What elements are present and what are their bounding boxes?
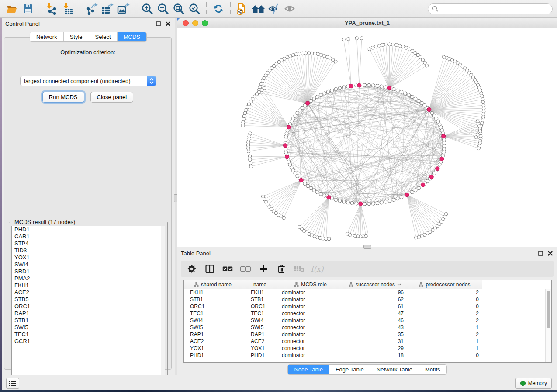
table-cell[interactable]: RAP1: [242, 331, 278, 337]
horizontal-splitter-grip[interactable]: [363, 245, 371, 249]
leaf-node[interactable]: [304, 52, 308, 55]
leaf-node[interactable]: [346, 232, 349, 236]
column-header-predecessor-nodes[interactable]: predecessor nodes: [407, 280, 482, 289]
leaf-node[interactable]: [477, 147, 481, 150]
column-header-successor-nodes[interactable]: successor nodes: [343, 280, 407, 289]
mcds-node[interactable]: [429, 175, 433, 179]
graph-node[interactable]: [403, 92, 407, 95]
table-cell[interactable]: dominator: [278, 317, 343, 323]
graph-node[interactable]: [342, 86, 346, 89]
leaf-node[interactable]: [394, 43, 398, 47]
leaf-node[interactable]: [481, 98, 484, 101]
table-row[interactable]: STB1STB1dominator620: [184, 296, 546, 303]
mcds-result-item[interactable]: GCR1: [12, 338, 165, 345]
table-cell[interactable]: 35: [343, 331, 407, 337]
leaf-node[interactable]: [481, 116, 485, 119]
table-cell[interactable]: 2: [407, 331, 482, 337]
table-row[interactable]: ACE2ACE2connector311: [184, 338, 546, 345]
graph-node[interactable]: [330, 89, 334, 92]
mcds-result-item[interactable]: RAP1: [12, 310, 165, 317]
table-cell[interactable]: 0: [407, 296, 482, 303]
graph-node[interactable]: [420, 101, 423, 105]
table-cell[interactable]: 96: [343, 289, 407, 296]
leaf-node[interactable]: [249, 165, 253, 168]
graph-node[interactable]: [323, 194, 326, 197]
table-cell[interactable]: ACE2: [242, 338, 278, 344]
graph-node[interactable]: [367, 202, 371, 206]
table-cell[interactable]: dominator: [278, 289, 343, 296]
select-all-icon[interactable]: [222, 263, 233, 275]
mcds-result-item[interactable]: SWI4: [12, 261, 165, 268]
table-cell[interactable]: 2: [407, 289, 482, 296]
mcds-result-item[interactable]: CAR1: [12, 233, 165, 240]
graph-node[interactable]: [442, 151, 445, 154]
graph-node[interactable]: [367, 83, 371, 87]
mcds-result-item[interactable]: ORC1: [12, 303, 165, 310]
graph-node[interactable]: [319, 93, 322, 97]
table-cell[interactable]: 43: [343, 324, 407, 330]
leaf-node[interactable]: [384, 43, 388, 46]
leaf-node[interactable]: [425, 64, 429, 67]
mcds-node[interactable]: [305, 101, 309, 105]
leaf-node[interactable]: [391, 43, 395, 46]
table-cell[interactable]: SWI5: [242, 324, 278, 330]
mcds-node[interactable]: [405, 193, 409, 197]
graph-node[interactable]: [384, 86, 387, 89]
graph-node[interactable]: [380, 201, 383, 204]
mcds-node[interactable]: [299, 178, 303, 182]
graph-node[interactable]: [392, 198, 395, 202]
mcds-result-item[interactable]: STB1: [12, 317, 165, 324]
leaf-node[interactable]: [342, 38, 346, 41]
search-input[interactable]: [440, 5, 548, 13]
graph-node[interactable]: [438, 163, 441, 166]
zoom-fit-icon[interactable]: [171, 2, 187, 16]
leaf-node[interactable]: [474, 136, 478, 139]
leaf-node[interactable]: [368, 48, 371, 51]
graph-node[interactable]: [284, 148, 287, 151]
import-table-icon[interactable]: [60, 2, 76, 16]
leaf-node[interactable]: [374, 45, 378, 48]
graph-node[interactable]: [309, 99, 313, 103]
leaf-node[interactable]: [248, 155, 252, 158]
table-row[interactable]: YOX1YOX1connector291: [184, 345, 546, 352]
import-network-icon[interactable]: [44, 2, 60, 16]
mcds-node[interactable]: [287, 125, 291, 129]
leaf-node[interactable]: [294, 53, 298, 56]
leaf-node[interactable]: [242, 114, 246, 118]
table-cell[interactable]: FKH1: [184, 289, 242, 296]
network-canvas[interactable]: [177, 28, 557, 247]
leaf-node[interactable]: [301, 52, 304, 55]
table-cell[interactable]: TEC1: [184, 310, 242, 316]
graph-node[interactable]: [334, 198, 338, 202]
table-cell[interactable]: 31: [343, 338, 407, 344]
table-cell[interactable]: 1: [407, 345, 482, 351]
close-panel-button[interactable]: Close panel: [90, 92, 134, 103]
tab-network[interactable]: Network: [30, 32, 64, 41]
gear-icon[interactable]: [186, 263, 197, 275]
mcds-result-item[interactable]: STB5: [12, 296, 165, 303]
table-cell[interactable]: SWI4: [242, 317, 278, 323]
mcds-node[interactable]: [440, 157, 444, 161]
graph-node[interactable]: [417, 99, 420, 103]
graph-node[interactable]: [417, 186, 420, 190]
add-column-icon[interactable]: [258, 263, 269, 275]
table-row[interactable]: FKH1FKH1dominator962: [184, 289, 546, 296]
apply-layout-icon[interactable]: [211, 2, 226, 16]
graph-node[interactable]: [388, 199, 391, 203]
leaf-node[interactable]: [408, 48, 411, 51]
leaf-node[interactable]: [482, 113, 485, 116]
leaf-node[interactable]: [355, 37, 359, 40]
mcds-node[interactable]: [283, 144, 287, 148]
graph-node[interactable]: [312, 97, 316, 100]
mcds-result-item[interactable]: PHD1: [12, 226, 165, 233]
table-cell[interactable]: SWI5: [184, 324, 242, 330]
table-row[interactable]: SWI5SWI5connector431: [184, 324, 546, 331]
mcds-result-item[interactable]: SWI5: [12, 324, 165, 331]
table-cell[interactable]: connector: [278, 345, 343, 351]
leaf-node[interactable]: [388, 43, 391, 46]
graph-node[interactable]: [303, 182, 307, 186]
graph-node[interactable]: [363, 202, 367, 206]
graph-node[interactable]: [334, 87, 338, 91]
graph-node[interactable]: [312, 189, 316, 192]
table-row[interactable]: ORC1ORC1dominator610: [184, 303, 546, 310]
